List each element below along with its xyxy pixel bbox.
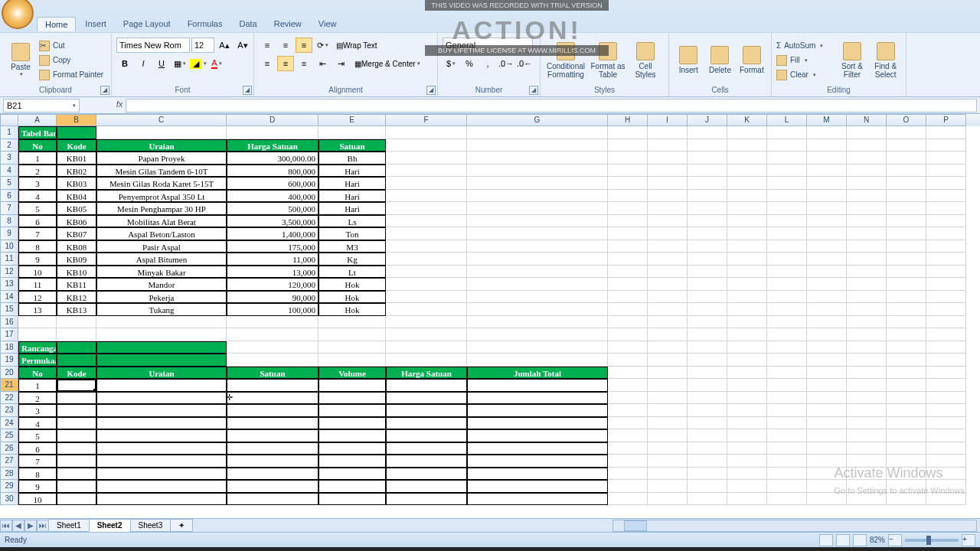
cell[interactable]	[926, 341, 966, 354]
cell[interactable]	[727, 328, 767, 341]
decrease-indent-button[interactable]: ⇤	[314, 56, 331, 71]
cell[interactable]	[847, 429, 887, 442]
cell[interactable]	[608, 126, 648, 139]
cell[interactable]	[688, 480, 727, 493]
cell[interactable]	[648, 139, 688, 152]
cell[interactable]	[386, 493, 467, 506]
cell[interactable]	[847, 468, 887, 481]
sheet-nav-prev[interactable]: ◀	[12, 520, 24, 532]
cell[interactable]	[608, 139, 648, 152]
cell[interactable]	[227, 126, 318, 139]
cell[interactable]	[227, 455, 318, 468]
zoom-slider[interactable]	[905, 539, 959, 542]
cell[interactable]	[926, 354, 966, 367]
cell[interactable]	[648, 493, 688, 506]
cell[interactable]	[688, 240, 727, 253]
cell[interactable]	[926, 392, 966, 405]
number-format-combo[interactable]	[443, 37, 533, 53]
cell[interactable]	[727, 303, 767, 316]
cell[interactable]	[648, 190, 688, 203]
cell[interactable]	[807, 468, 847, 481]
cell[interactable]: 8	[18, 468, 57, 481]
cell[interactable]	[386, 139, 467, 152]
cell[interactable]	[887, 354, 926, 367]
cell[interactable]	[926, 253, 966, 266]
cell[interactable]	[318, 480, 386, 493]
cell[interactable]	[688, 278, 727, 291]
cell[interactable]	[227, 379, 318, 392]
cell[interactable]: 175,000	[227, 240, 318, 253]
cell[interactable]	[887, 126, 926, 139]
cell[interactable]	[648, 480, 688, 493]
cell[interactable]: Hok	[318, 278, 386, 291]
cell[interactable]: Tabel Bantu	[18, 126, 57, 139]
cell[interactable]	[57, 455, 96, 468]
row-header[interactable]: 16	[0, 316, 18, 329]
cell[interactable]	[96, 354, 227, 367]
cell[interactable]	[688, 379, 727, 392]
cell[interactable]: Ton	[318, 227, 386, 240]
cell[interactable]: KB02	[57, 165, 96, 178]
cell[interactable]	[648, 429, 688, 442]
cell[interactable]	[608, 303, 648, 316]
cell[interactable]	[887, 392, 926, 405]
cell[interactable]	[688, 341, 727, 354]
cell[interactable]	[18, 328, 57, 341]
cell[interactable]	[767, 379, 807, 392]
cell[interactable]	[467, 379, 608, 392]
cell[interactable]	[926, 367, 966, 380]
cell[interactable]	[767, 152, 807, 165]
cell[interactable]	[887, 303, 926, 316]
fill-button[interactable]: Fill▾	[776, 54, 835, 67]
cell[interactable]	[807, 266, 847, 279]
cell[interactable]: Mesin Gilas Roda Karet 5-15T	[96, 177, 227, 190]
cell[interactable]	[847, 278, 887, 291]
cell[interactable]	[887, 429, 926, 442]
cell[interactable]	[467, 165, 608, 178]
cell[interactable]	[926, 328, 966, 341]
sheet-nav-next[interactable]: ▶	[24, 520, 37, 532]
cell[interactable]	[727, 367, 767, 380]
cell[interactable]	[926, 493, 966, 506]
cell[interactable]	[318, 429, 386, 442]
cell[interactable]	[807, 126, 847, 139]
cell[interactable]: KB12	[57, 291, 96, 304]
cell[interactable]	[688, 266, 727, 279]
cell[interactable]	[96, 341, 227, 354]
cell[interactable]: Mesin Penghampar 30 HP	[96, 202, 227, 215]
row-header[interactable]: 23	[0, 404, 18, 417]
cell[interactable]	[727, 429, 767, 442]
select-all-corner[interactable]	[0, 114, 18, 126]
cell[interactable]	[847, 240, 887, 253]
cell[interactable]	[847, 126, 887, 139]
copy-button[interactable]: Copy	[39, 54, 103, 67]
cell[interactable]	[727, 165, 767, 178]
cell[interactable]	[96, 404, 227, 417]
cell[interactable]	[648, 202, 688, 215]
cell[interactable]	[807, 493, 847, 506]
cell[interactable]	[57, 328, 96, 341]
cell[interactable]	[847, 152, 887, 165]
cell[interactable]: 4	[18, 417, 57, 430]
cell[interactable]	[767, 227, 807, 240]
cell[interactable]: 7	[18, 455, 57, 468]
cell[interactable]: Hok	[318, 291, 386, 304]
cell[interactable]	[318, 404, 386, 417]
view-break-button[interactable]	[853, 534, 867, 546]
cell[interactable]: KB03	[57, 177, 96, 190]
cell[interactable]	[688, 177, 727, 190]
cell[interactable]: 13	[18, 303, 57, 316]
cell[interactable]	[386, 240, 467, 253]
cell[interactable]	[727, 139, 767, 152]
col-header-d[interactable]: D	[227, 114, 318, 126]
cell[interactable]: 6	[18, 215, 57, 228]
cell[interactable]: Uraian	[96, 139, 227, 152]
worksheet-grid[interactable]: A B C D E F G H I J K L M N O P 1Tabel B…	[0, 114, 980, 518]
taskbar-app[interactable]	[129, 548, 159, 551]
cell[interactable]	[467, 316, 608, 329]
cell[interactable]: 3,500,000	[227, 215, 318, 228]
align-right-button[interactable]: ≡	[296, 56, 312, 71]
cell[interactable]	[648, 152, 688, 165]
tab-review[interactable]: Review	[266, 17, 309, 31]
cell[interactable]	[688, 165, 727, 178]
